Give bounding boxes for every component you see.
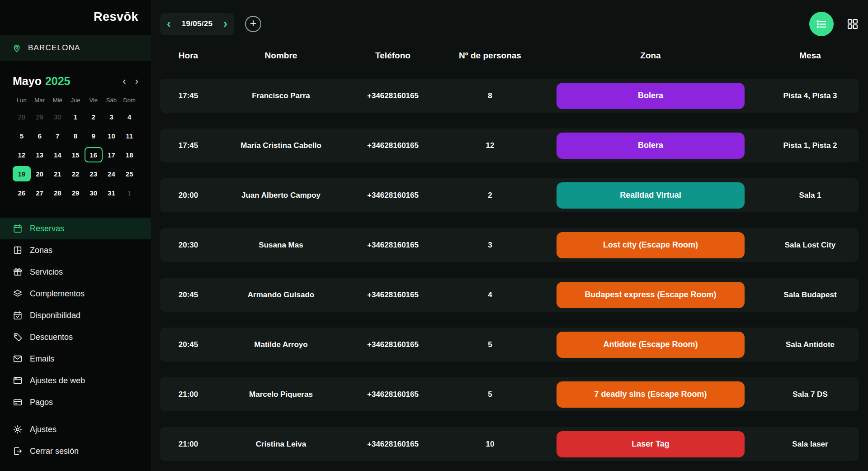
zone-badge[interactable]: 7 deadly sins (Escape Room) — [557, 381, 745, 408]
sidebar-nav: ReservasZonasServiciosComplementosDispon… — [0, 218, 151, 413]
calendar-day[interactable]: 19 — [13, 166, 31, 181]
sidebar-item-label: Ajustes de web — [30, 376, 85, 385]
zone-badge[interactable]: Bolera — [557, 83, 745, 109]
cell-mesa: Sala Lost City — [761, 241, 859, 250]
calendar-day[interactable]: 27 — [31, 185, 49, 200]
cell-telefono: +34628160165 — [345, 91, 440, 100]
calendar-day[interactable]: 30 — [85, 185, 103, 200]
cell-telefono: +34628160165 — [345, 340, 440, 349]
sidebar-item-zonas[interactable]: Zonas — [0, 239, 151, 261]
table-row[interactable]: 21:00Marcelo Piqueras+3462816016557 dead… — [160, 377, 859, 411]
add-reservation-button[interactable]: + — [245, 16, 261, 32]
calendar-prev-button[interactable]: ‹ — [123, 76, 126, 86]
column-header: Teléfono — [345, 51, 440, 61]
addons-icon — [13, 289, 23, 299]
calendar-day[interactable]: 11 — [120, 128, 138, 143]
table-header: HoraNombreTeléfonoNº de personasZonaMesa — [160, 51, 859, 61]
cell-nombre: Marcelo Piqueras — [217, 390, 345, 399]
calendar-day[interactable]: 22 — [66, 166, 85, 181]
list-view-button[interactable] — [809, 12, 834, 36]
cell-personas: 8 — [440, 91, 540, 100]
prev-day-button[interactable]: ‹ — [167, 18, 171, 31]
cell-nombre: María Cristina Cabello — [217, 141, 345, 150]
location-pin-icon — [12, 43, 22, 53]
sidebar-item-disponibilidad[interactable]: Disponibilidad — [0, 304, 151, 326]
zone-badge[interactable]: Lost city (Escape Room) — [557, 232, 745, 258]
toolbar: ‹ 19/05/25 › + — [160, 12, 859, 36]
weekday-label: Mié — [48, 97, 66, 104]
calendar-day[interactable]: 16 — [85, 147, 103, 162]
calendar-day[interactable]: 9 — [85, 128, 103, 143]
next-day-button[interactable]: › — [223, 18, 227, 31]
table-row[interactable]: 20:00Juan Alberto Campoy+346281601652Rea… — [160, 178, 859, 212]
location-label: BARCELONA — [28, 43, 80, 52]
calendar-day[interactable]: 28 — [13, 109, 31, 124]
calendar-day[interactable]: 10 — [103, 128, 121, 143]
calendar-next-button[interactable]: › — [135, 76, 138, 86]
calendar-day[interactable]: 2 — [85, 109, 103, 124]
calendar-day[interactable]: 31 — [103, 185, 121, 200]
calendar-day[interactable]: 7 — [48, 128, 66, 143]
calendar-day[interactable]: 14 — [48, 147, 66, 162]
location-selector[interactable]: BARCELONA — [0, 35, 151, 61]
calendar-day[interactable]: 4 — [120, 109, 138, 124]
calendar-day[interactable]: 5 — [13, 128, 31, 143]
cell-hora: 21:00 — [160, 440, 217, 449]
cell-personas: 3 — [440, 241, 540, 250]
calendar-day[interactable]: 12 — [13, 147, 31, 162]
cell-personas: 2 — [440, 191, 540, 200]
calendar-day[interactable]: 18 — [120, 147, 138, 162]
calendar-day[interactable]: 1 — [120, 185, 138, 200]
sidebar-item-complementos[interactable]: Complementos — [0, 283, 151, 304]
calendar-day[interactable]: 24 — [103, 166, 121, 181]
calendar-day[interactable]: 29 — [66, 185, 85, 200]
grid-view-button[interactable] — [846, 18, 859, 30]
calendar-day[interactable]: 15 — [66, 147, 85, 162]
calendar-day[interactable]: 25 — [120, 166, 138, 181]
table-row[interactable]: 20:30Susana Mas+346281601653Lost city (E… — [160, 228, 859, 262]
calendar-day[interactable]: 21 — [48, 166, 66, 181]
cell-mesa: Pista 1, Pista 2 — [761, 141, 859, 150]
zone-badge[interactable]: Budapest express (Escape Room) — [557, 282, 745, 308]
table-row[interactable]: 20:45Matilde Arroyo+346281601655Antidote… — [160, 328, 859, 362]
sidebar-item-pagos[interactable]: Pagos — [0, 391, 151, 413]
sidebar-item-descuentos[interactable]: Descuentos — [0, 326, 151, 348]
sidebar-item-label: Zonas — [30, 246, 52, 255]
calendar-day[interactable]: 28 — [48, 185, 66, 200]
sidebar-item-label: Emails — [30, 354, 54, 364]
current-date: 19/05/25 — [182, 19, 213, 29]
zone-badge[interactable]: Laser Tag — [557, 431, 745, 457]
sidebar-item-servicios[interactable]: Servicios — [0, 261, 151, 283]
sidebar-item-cerrar-sesion[interactable]: Cerrar sesión — [0, 440, 151, 462]
calendar-icon — [13, 224, 23, 233]
calendar-day[interactable]: 20 — [31, 166, 49, 181]
calendar-day[interactable]: 29 — [31, 109, 49, 124]
calendar-day[interactable]: 26 — [13, 185, 31, 200]
mini-calendar: Mayo 2025 ‹ › LunMarMiéJueVieSábDom 2829… — [0, 61, 151, 200]
cell-hora: 17:45 — [160, 91, 217, 100]
calendar-day[interactable]: 13 — [31, 147, 49, 162]
calendar-day[interactable]: 17 — [103, 147, 121, 162]
sidebar-item-label: Descuentos — [30, 333, 73, 342]
calendar-day[interactable]: 8 — [66, 128, 85, 143]
sidebar-item-reservas[interactable]: Reservas — [0, 218, 151, 239]
zone-badge[interactable]: Antidote (Escape Room) — [557, 332, 745, 358]
table-row[interactable]: 20:45Armando Guisado+346281601654Budapes… — [160, 278, 859, 312]
sidebar-item-ajustes[interactable]: Ajustes — [0, 419, 151, 440]
calendar-day[interactable]: 3 — [103, 109, 121, 124]
sidebar-item-label: Complementos — [30, 289, 85, 299]
zone-badge[interactable]: Bolera — [557, 133, 745, 159]
sidebar-item-emails[interactable]: Emails — [0, 348, 151, 370]
sidebar-item-ajustes-de-web[interactable]: Ajustes de web — [0, 370, 151, 391]
calendar-day[interactable]: 30 — [48, 109, 66, 124]
calendar-day[interactable]: 6 — [31, 128, 49, 143]
calendar-day[interactable]: 23 — [85, 166, 103, 181]
weekday-label: Sáb — [103, 97, 121, 104]
table-row[interactable]: 21:00Cristina Leiva+3462816016510Laser T… — [160, 427, 859, 461]
sidebar-item-label: Servicios — [30, 267, 63, 277]
cell-personas: 4 — [440, 290, 540, 300]
table-row[interactable]: 17:45Francisco Parra+346281601658BoleraP… — [160, 79, 859, 113]
calendar-day[interactable]: 1 — [66, 109, 85, 124]
zone-badge[interactable]: Realidad Virtual — [557, 182, 745, 209]
table-row[interactable]: 17:45María Cristina Cabello+346281601651… — [160, 128, 859, 162]
